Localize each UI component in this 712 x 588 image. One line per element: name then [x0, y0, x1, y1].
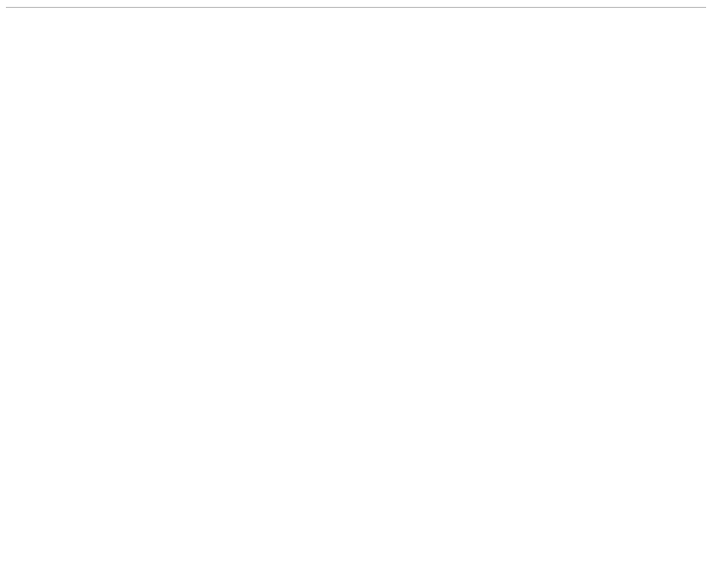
divider	[6, 7, 706, 8]
